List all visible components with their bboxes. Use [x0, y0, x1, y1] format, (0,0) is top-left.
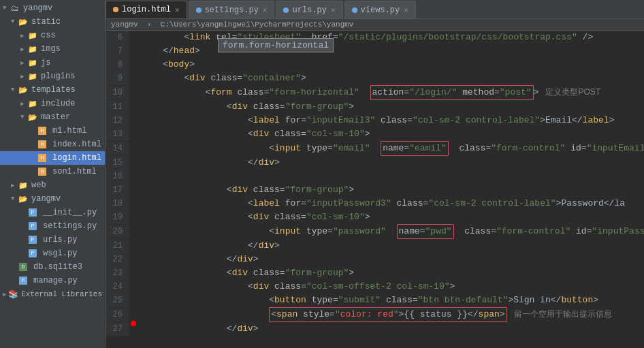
sidebar-indexhtml-label: index.html	[52, 140, 101, 149]
folder-icon	[27, 57, 38, 68]
code-content: <body>	[138, 58, 644, 72]
sidebar-item-root[interactable]: 🗂 yangmv	[0, 1, 105, 15]
html-file-icon	[37, 125, 48, 136]
tab-login[interactable]: login.html ✕	[106, 1, 187, 18]
sidebar-initpy-label: __init__.py	[43, 208, 97, 217]
code-content: <label for="inputPassword3" class="col-s…	[138, 197, 644, 210]
triangle-icon	[20, 59, 27, 67]
sidebar-include-label: include	[41, 99, 75, 108]
code-line: 8 <body>	[106, 58, 644, 72]
sidebar-item-settingspy[interactable]: settings.py	[0, 219, 105, 233]
sidebar-item-css[interactable]: css	[0, 29, 105, 42]
line-number: 8	[106, 58, 129, 72]
tab-urls[interactable]: urls.py ✕	[276, 1, 342, 18]
folder-open-icon	[18, 16, 29, 27]
triangle-icon	[3, 291, 7, 298]
sidebar-extlibs-label: External Libraries	[21, 290, 102, 298]
sidebar-item-wsgipy[interactable]: wsgi.py	[0, 247, 105, 260]
code-content: <span style="color: red">{{ status }}</s…	[138, 307, 644, 322]
sidebar-js-label: js	[41, 58, 50, 67]
triangle-icon	[20, 114, 27, 121]
breakpoint-indicator	[131, 321, 136, 326]
sidebar-son1html-label: son1.html	[52, 167, 97, 176]
line-number: 23	[106, 266, 129, 280]
code-line: 19 <div class="col-sm-10">	[106, 210, 644, 224]
sidebar-item-initpy[interactable]: __init__.py	[0, 206, 105, 219]
code-content: <div class="form-group">	[138, 100, 644, 114]
code-line: 22 </div>	[106, 253, 644, 266]
sidebar-item-web[interactable]: web	[0, 178, 105, 192]
sidebar-settingspy-label: settings.py	[43, 221, 97, 231]
tab-settings[interactable]: settings.py ✕	[189, 1, 275, 18]
line-number: 9	[106, 72, 129, 85]
sidebar-dbsqlite3-label: db.sqlite3	[33, 262, 82, 272]
line-number: 27	[106, 322, 129, 336]
code-content: <label for="inputEmail3" class="col-sm-2…	[138, 114, 644, 127]
triangle-icon	[20, 32, 27, 39]
sidebar-yangmv2-label: yangmv	[31, 194, 61, 204]
close-icon[interactable]: ✕	[263, 5, 268, 14]
code-content: </head>	[138, 44, 644, 58]
sidebar-item-managepy[interactable]: manage.py	[0, 274, 105, 287]
sidebar-item-js[interactable]: js	[0, 56, 105, 69]
code-line: 15 </div>	[106, 156, 644, 170]
sidebar-item-urlspy[interactable]: urls.py	[0, 233, 105, 247]
line-number: 13	[106, 127, 129, 141]
triangle-icon	[11, 86, 18, 93]
code-line: 9 <div class="container">	[106, 72, 644, 85]
code-content: <div class="container">	[138, 72, 644, 85]
sidebar-static-label: static	[31, 17, 61, 27]
sidebar-urlspy-label: urls.py	[43, 235, 77, 244]
tab-file-dot	[352, 7, 357, 13]
line-number: 6	[106, 31, 129, 44]
close-icon[interactable]: ✕	[175, 5, 180, 14]
line-number: 24	[106, 280, 129, 294]
code-content: <button type="submit" class="btn btn-def…	[138, 294, 644, 307]
line-number: 11	[106, 100, 129, 114]
sidebar-templates-label: templates	[31, 85, 76, 95]
sidebar-item-plugins[interactable]: plugins	[0, 69, 105, 83]
close-icon[interactable]: ✕	[331, 5, 336, 14]
sidebar-item-son1html[interactable]: son1.html	[0, 165, 105, 178]
sidebar-web-label: web	[31, 180, 46, 190]
code-content: <input type="password" name="pwd" class=…	[138, 224, 644, 239]
sidebar-item-extlibs[interactable]: 📚 External Libraries	[0, 287, 105, 301]
code-line: 7 </head>	[106, 44, 644, 58]
sidebar-item-templates[interactable]: templates	[0, 83, 105, 97]
code-content: </div>	[138, 239, 644, 253]
sidebar-item-loginhtml[interactable]: login.html	[0, 151, 105, 165]
tab-views-label: views.py	[361, 5, 400, 15]
line-number: 16	[106, 170, 129, 183]
code-line: 18 <label for="inputPassword3" class="co…	[106, 197, 644, 210]
sidebar: 🗂 yangmv static css imgs js plugins temp…	[0, 0, 106, 348]
code-line: 17 <div class="form-group">	[106, 183, 644, 197]
line-number: 17	[106, 183, 129, 197]
code-editor[interactable]: 6 <link rel="stylesheet" href="/static/p…	[106, 31, 644, 348]
code-content: <div class="col-sm-10">	[138, 210, 644, 224]
tab-file-dot	[283, 7, 289, 13]
sidebar-m1html-label: m1.html	[52, 126, 86, 136]
line-number: 18	[106, 197, 129, 210]
sidebar-item-master[interactable]: master	[0, 110, 105, 124]
tab-settings-label: settings.py	[205, 5, 259, 15]
code-line: 21 </div>	[106, 239, 644, 253]
sidebar-item-imgs[interactable]: imgs	[0, 42, 105, 56]
tab-file-dot	[113, 7, 118, 12]
code-line: 24 <div class="col-sm-offset-2 col-sm-10…	[106, 280, 644, 294]
tooltip-text: form.form-horizontal	[223, 40, 329, 50]
sidebar-item-m1html[interactable]: m1.html	[0, 124, 105, 138]
line-number: 26	[106, 308, 129, 321]
sidebar-item-yangmv2[interactable]: yangmv	[0, 192, 105, 206]
py-file-icon	[27, 207, 38, 218]
sidebar-item-include[interactable]: include	[0, 97, 105, 110]
sidebar-item-static[interactable]: static	[0, 15, 105, 29]
sidebar-item-dbsqlite3[interactable]: db.sqlite3	[0, 260, 105, 274]
py-file-icon	[18, 275, 29, 286]
tab-bar: login.html ✕ settings.py ✕ urls.py ✕ vie…	[106, 0, 644, 19]
html-file-icon	[37, 166, 48, 177]
tab-views[interactable]: views.py ✕	[344, 1, 416, 18]
folder-icon	[27, 44, 38, 54]
sidebar-item-indexhtml[interactable]: index.html	[0, 138, 105, 151]
code-content: <div class="col-sm-10">	[138, 127, 644, 141]
close-icon[interactable]: ✕	[404, 5, 408, 14]
